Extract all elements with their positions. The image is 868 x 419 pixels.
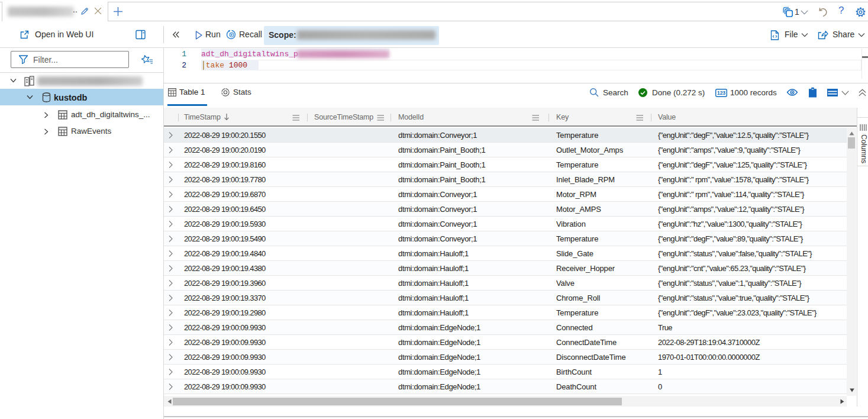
svg-text:123: 123	[717, 90, 725, 96]
